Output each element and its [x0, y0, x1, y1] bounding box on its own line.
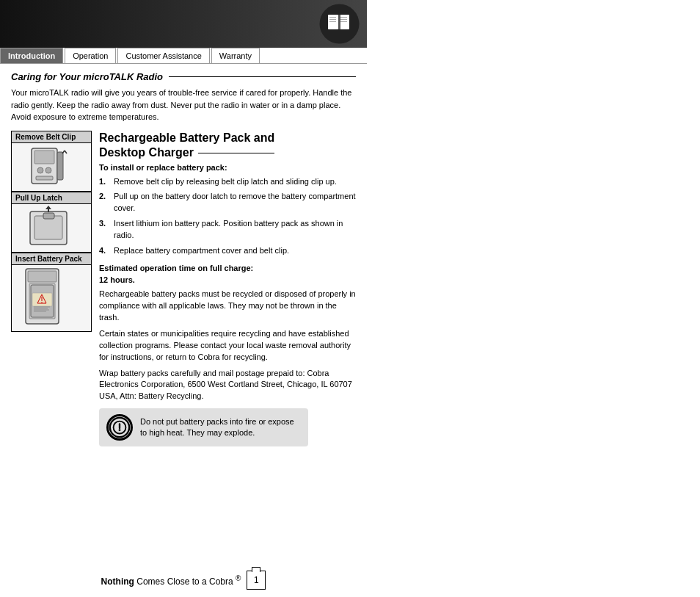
recycling-para-2: Certain states or municipalities require… — [99, 328, 356, 363]
battery-pack-content — [12, 265, 91, 331]
svg-rect-14 — [36, 176, 53, 180]
caring-title-underline — [169, 76, 356, 77]
battery-section-title: Rechargeable Battery Pack and Desktop Ch… — [99, 131, 356, 160]
svg-rect-34 — [28, 271, 56, 282]
battery-title-line — [198, 153, 274, 153]
pull-latch-illustration — [24, 206, 79, 250]
image-box-pull-latch: Pull Up Latch — [11, 192, 92, 253]
caring-section: Caring for Your microTALK Radio Your mic… — [11, 71, 356, 123]
step-1: 1. Remove belt clip by releasing belt cl… — [99, 176, 356, 188]
svg-point-12 — [37, 167, 43, 173]
battery-title-line2: Desktop Charger — [99, 145, 274, 160]
belt-clip-content — [12, 143, 91, 191]
image-column: Remove Belt Clip — [11, 131, 92, 447]
svg-rect-3 — [338, 15, 340, 29]
svg-rect-20 — [43, 213, 54, 219]
svg-rect-11 — [34, 151, 54, 164]
svg-rect-5 — [329, 19, 336, 20]
step-1-num: 1. — [99, 176, 110, 188]
svg-line-17 — [65, 151, 67, 153]
step-4-text: Replace battery compartment cover and be… — [114, 245, 289, 257]
text-column: Rechargeable Battery Pack and Desktop Ch… — [99, 131, 356, 447]
footer-bold: Nothing — [101, 576, 134, 587]
step-2: 2. Pull up on the battery door latch to … — [99, 191, 356, 214]
svg-rect-19 — [34, 216, 62, 239]
cobra-logo — [319, 4, 360, 44]
install-subtitle: To install or replace battery pack: — [99, 163, 356, 172]
footer-page-box: 1 — [247, 571, 266, 590]
svg-point-38 — [119, 430, 121, 432]
tab-introduction[interactable]: Introduction — [0, 48, 63, 63]
footer-text: Nothing Comes Close to a Cobra ® — [101, 574, 241, 587]
recycling-para-1: Rechargeable battery packs must be recyc… — [99, 289, 356, 324]
warning-icon — [106, 414, 133, 441]
image-box-belt-clip: Remove Belt Clip — [11, 131, 92, 192]
svg-marker-22 — [45, 206, 51, 209]
tab-operation[interactable]: Operation — [65, 48, 116, 63]
step-2-num: 2. — [99, 191, 110, 214]
recycling-para-3: Wrap battery packs carefully and mail po… — [99, 368, 356, 403]
footer: Nothing Comes Close to a Cobra ® 1 — [0, 560, 367, 597]
main-content: Caring for Your microTALK Radio Your mic… — [0, 64, 367, 560]
svg-rect-6 — [329, 21, 336, 22]
warning-text: Do not put battery packs into fire or ex… — [140, 416, 301, 439]
footer-trademark: ® — [236, 574, 241, 582]
warning-box: Do not put battery packs into fire or ex… — [99, 408, 308, 446]
step-4: 4. Replace battery compartment cover and… — [99, 245, 356, 257]
svg-point-13 — [45, 167, 51, 173]
step-3: 3. Insert lithium ion battery pack. Posi… — [99, 218, 356, 242]
svg-rect-8 — [340, 19, 347, 20]
svg-rect-9 — [340, 21, 347, 22]
caring-body: Your microTALK radio will give you years… — [11, 87, 356, 123]
step-4-num: 4. — [99, 245, 110, 257]
footer-normal: Comes Close to a Cobra — [136, 576, 233, 587]
caring-title: Caring for Your microTALK Radio — [11, 71, 356, 82]
battery-title-line1: Rechargeable Battery Pack and — [99, 131, 274, 145]
tab-customer-assistance[interactable]: Customer Assistance — [117, 48, 209, 63]
logo-icon — [319, 4, 360, 44]
svg-rect-7 — [340, 17, 347, 18]
step-3-text: Insert lithium ion battery pack. Positio… — [114, 218, 356, 242]
belt-clip-illustration — [24, 145, 79, 189]
belt-clip-label: Remove Belt Clip — [12, 131, 91, 143]
pull-latch-content — [12, 204, 91, 252]
battery-pack-label: Insert Battery Pack — [12, 253, 91, 265]
image-box-battery-pack: Insert Battery Pack — [11, 253, 92, 332]
tab-warranty[interactable]: Warranty — [211, 48, 260, 63]
steps-list: 1. Remove belt clip by releasing belt cl… — [99, 176, 356, 258]
estimated-time: Estimated operation time on full charge:… — [99, 263, 356, 286]
warning-symbol — [109, 416, 131, 439]
pull-latch-label: Pull Up Latch — [12, 192, 91, 204]
svg-point-29 — [41, 302, 43, 303]
nav-tabs: Introduction Operation Customer Assistan… — [0, 48, 367, 64]
svg-rect-4 — [329, 17, 336, 18]
battery-section: Remove Belt Clip — [11, 131, 356, 447]
battery-pack-illustration — [22, 265, 81, 331]
footer-page-number: 1 — [254, 575, 259, 585]
step-1-text: Remove belt clip by releasing belt clip … — [114, 176, 337, 188]
step-3-num: 3. — [99, 218, 110, 242]
step-2-text: Pull up on the battery door latch to rem… — [114, 191, 356, 214]
svg-rect-15 — [57, 152, 63, 180]
header-banner — [0, 0, 367, 48]
page-container: Introduction Operation Customer Assistan… — [0, 0, 700, 597]
